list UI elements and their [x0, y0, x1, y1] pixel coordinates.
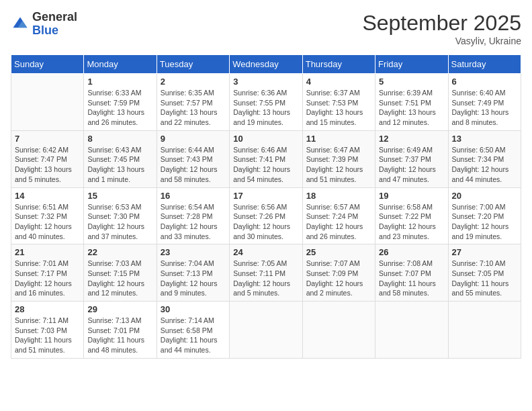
day-number: 9: [161, 134, 226, 144]
day-number: 2: [161, 77, 226, 87]
calendar-cell: 2Sunrise: 6:35 AMSunset: 7:57 PMDaylight…: [157, 74, 229, 131]
day-info: Sunrise: 6:58 AMSunset: 7:22 PMDaylight:…: [379, 202, 444, 242]
calendar-cell: 22Sunrise: 7:03 AMSunset: 7:15 PMDayligh…: [84, 244, 157, 302]
location-subtitle: Vasyliv, Ukraine: [362, 36, 521, 46]
day-number: 6: [452, 77, 517, 87]
calendar-cell: [375, 302, 448, 359]
day-info: Sunrise: 6:43 AMSunset: 7:45 PMDaylight:…: [87, 145, 152, 185]
calendar-cell: 16Sunrise: 6:54 AMSunset: 7:28 PMDayligh…: [157, 187, 229, 244]
day-info: Sunrise: 7:03 AMSunset: 7:15 PMDaylight:…: [87, 259, 152, 298]
day-info: Sunrise: 6:33 AMSunset: 7:59 PMDaylight:…: [87, 88, 152, 128]
calendar-cell: 18Sunrise: 6:57 AMSunset: 7:24 PMDayligh…: [302, 187, 375, 244]
day-info: Sunrise: 6:46 AMSunset: 7:41 PMDaylight:…: [233, 145, 298, 185]
weekday-header: Sunday: [11, 55, 84, 74]
day-number: 24: [233, 247, 298, 257]
calendar-cell: 1Sunrise: 6:33 AMSunset: 7:59 PMDaylight…: [84, 74, 157, 131]
calendar-cell: 14Sunrise: 6:51 AMSunset: 7:32 PMDayligh…: [11, 187, 84, 244]
day-info: Sunrise: 6:40 AMSunset: 7:49 PMDaylight:…: [452, 88, 517, 128]
calendar-cell: 4Sunrise: 6:37 AMSunset: 7:53 PMDaylight…: [302, 74, 375, 131]
calendar-week-row: 14Sunrise: 6:51 AMSunset: 7:32 PMDayligh…: [11, 187, 521, 244]
calendar-cell: 8Sunrise: 6:43 AMSunset: 7:45 PMDaylight…: [84, 130, 157, 187]
calendar-week-row: 21Sunrise: 7:01 AMSunset: 7:17 PMDayligh…: [11, 244, 521, 302]
weekday-header: Friday: [375, 55, 448, 74]
calendar-cell: 23Sunrise: 7:04 AMSunset: 7:13 PMDayligh…: [157, 244, 229, 302]
day-number: 1: [87, 77, 152, 87]
calendar-cell: 28Sunrise: 7:11 AMSunset: 7:03 PMDayligh…: [11, 302, 84, 359]
calendar-week-row: 1Sunrise: 6:33 AMSunset: 7:59 PMDaylight…: [11, 74, 521, 131]
day-number: 30: [161, 304, 226, 314]
day-number: 26: [379, 247, 444, 257]
weekday-header: Thursday: [302, 55, 375, 74]
weekday-header: Wednesday: [230, 55, 302, 74]
day-number: 19: [379, 191, 444, 201]
logo-general: General: [32, 11, 77, 24]
day-number: 11: [306, 134, 371, 144]
day-info: Sunrise: 7:01 AMSunset: 7:17 PMDaylight:…: [15, 259, 80, 298]
day-number: 17: [233, 191, 298, 201]
day-info: Sunrise: 7:05 AMSunset: 7:11 PMDaylight:…: [233, 259, 298, 298]
calendar-cell: [11, 74, 84, 131]
day-info: Sunrise: 7:11 AMSunset: 7:03 PMDaylight:…: [15, 316, 80, 355]
weekday-header: Monday: [84, 55, 157, 74]
day-info: Sunrise: 6:36 AMSunset: 7:55 PMDaylight:…: [233, 88, 298, 128]
calendar-cell: 15Sunrise: 6:53 AMSunset: 7:30 PMDayligh…: [84, 187, 157, 244]
logo: General Blue: [11, 11, 77, 38]
day-info: Sunrise: 7:14 AMSunset: 6:58 PMDaylight:…: [161, 316, 226, 355]
day-info: Sunrise: 6:57 AMSunset: 7:24 PMDaylight:…: [306, 202, 371, 242]
calendar-cell: [302, 302, 375, 359]
day-number: 16: [161, 191, 226, 201]
day-info: Sunrise: 6:54 AMSunset: 7:28 PMDaylight:…: [161, 202, 226, 242]
calendar-week-row: 7Sunrise: 6:42 AMSunset: 7:47 PMDaylight…: [11, 130, 521, 187]
calendar-cell: 29Sunrise: 7:13 AMSunset: 7:01 PMDayligh…: [84, 302, 157, 359]
calendar-cell: 20Sunrise: 7:00 AMSunset: 7:20 PMDayligh…: [448, 187, 521, 244]
day-number: 12: [379, 134, 444, 144]
calendar-cell: 24Sunrise: 7:05 AMSunset: 7:11 PMDayligh…: [230, 244, 302, 302]
day-number: 22: [87, 247, 152, 257]
day-info: Sunrise: 7:10 AMSunset: 7:05 PMDaylight:…: [452, 259, 517, 298]
calendar-cell: 12Sunrise: 6:49 AMSunset: 7:37 PMDayligh…: [375, 130, 448, 187]
day-info: Sunrise: 7:07 AMSunset: 7:09 PMDaylight:…: [306, 259, 371, 298]
day-number: 5: [379, 77, 444, 87]
day-number: 28: [15, 304, 80, 314]
logo-blue: Blue: [32, 24, 77, 38]
day-number: 4: [306, 77, 371, 87]
calendar-cell: 19Sunrise: 6:58 AMSunset: 7:22 PMDayligh…: [375, 187, 448, 244]
day-number: 25: [306, 247, 371, 257]
page-header: General Blue September 2025 Vasyliv, Ukr…: [11, 11, 521, 46]
day-info: Sunrise: 6:51 AMSunset: 7:32 PMDaylight:…: [15, 202, 80, 242]
calendar-cell: 9Sunrise: 6:44 AMSunset: 7:43 PMDaylight…: [157, 130, 229, 187]
calendar-cell: 10Sunrise: 6:46 AMSunset: 7:41 PMDayligh…: [230, 130, 302, 187]
calendar-header-row: SundayMondayTuesdayWednesdayThursdayFrid…: [11, 55, 521, 74]
calendar-cell: 27Sunrise: 7:10 AMSunset: 7:05 PMDayligh…: [448, 244, 521, 302]
calendar-cell: 11Sunrise: 6:47 AMSunset: 7:39 PMDayligh…: [302, 130, 375, 187]
day-info: Sunrise: 6:47 AMSunset: 7:39 PMDaylight:…: [306, 145, 371, 185]
day-info: Sunrise: 6:37 AMSunset: 7:53 PMDaylight:…: [306, 88, 371, 128]
day-info: Sunrise: 7:13 AMSunset: 7:01 PMDaylight:…: [87, 316, 152, 355]
day-number: 10: [233, 134, 298, 144]
calendar-cell: 5Sunrise: 6:39 AMSunset: 7:51 PMDaylight…: [375, 74, 448, 131]
day-info: Sunrise: 6:42 AMSunset: 7:47 PMDaylight:…: [15, 145, 80, 185]
calendar-week-row: 28Sunrise: 7:11 AMSunset: 7:03 PMDayligh…: [11, 302, 521, 359]
day-info: Sunrise: 6:50 AMSunset: 7:34 PMDaylight:…: [452, 145, 517, 185]
day-number: 20: [452, 191, 517, 201]
day-number: 29: [87, 304, 152, 314]
calendar-cell: 17Sunrise: 6:56 AMSunset: 7:26 PMDayligh…: [230, 187, 302, 244]
day-number: 15: [87, 191, 152, 201]
day-info: Sunrise: 7:04 AMSunset: 7:13 PMDaylight:…: [161, 259, 226, 298]
day-number: 21: [15, 247, 80, 257]
day-number: 13: [452, 134, 517, 144]
day-info: Sunrise: 6:35 AMSunset: 7:57 PMDaylight:…: [161, 88, 226, 128]
calendar-cell: 25Sunrise: 7:07 AMSunset: 7:09 PMDayligh…: [302, 244, 375, 302]
calendar-cell: 13Sunrise: 6:50 AMSunset: 7:34 PMDayligh…: [448, 130, 521, 187]
day-info: Sunrise: 6:49 AMSunset: 7:37 PMDaylight:…: [379, 145, 444, 185]
day-info: Sunrise: 6:44 AMSunset: 7:43 PMDaylight:…: [161, 145, 226, 185]
calendar-cell: 6Sunrise: 6:40 AMSunset: 7:49 PMDaylight…: [448, 74, 521, 131]
day-info: Sunrise: 7:08 AMSunset: 7:07 PMDaylight:…: [379, 259, 444, 298]
weekday-header: Tuesday: [157, 55, 229, 74]
day-number: 8: [87, 134, 152, 144]
month-title: September 2025: [362, 11, 521, 36]
weekday-header: Saturday: [448, 55, 521, 74]
day-number: 27: [452, 247, 517, 257]
day-number: 3: [233, 77, 298, 87]
calendar-cell: 21Sunrise: 7:01 AMSunset: 7:17 PMDayligh…: [11, 244, 84, 302]
